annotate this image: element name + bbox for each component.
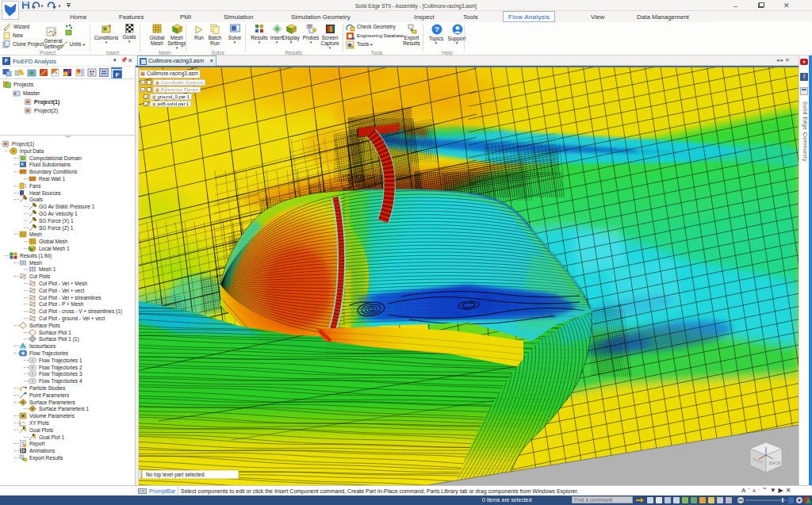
svg-text:No top level part selected.: No top level part selected. (146, 472, 205, 478)
svg-text:BACK: BACK (769, 461, 781, 465)
svg-text:88: 88 (308, 25, 312, 29)
svg-text:F: F (116, 71, 120, 78)
svg-text:?: ? (435, 25, 439, 33)
